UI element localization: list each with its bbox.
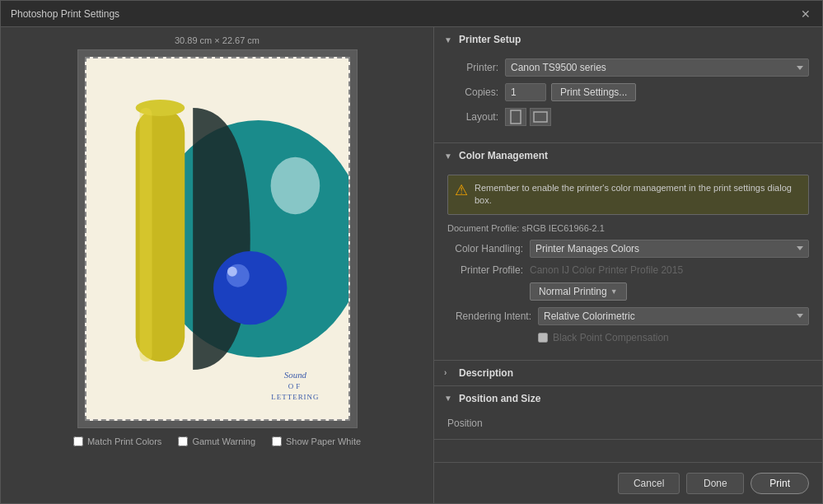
printer-setup-title: Printer Setup: [459, 34, 521, 45]
right-scroll[interactable]: ▼ Printer Setup Printer: Canon TS9500 se…: [434, 27, 822, 462]
rendering-intent-select[interactable]: Relative Colorimetric Perceptual Saturat…: [538, 307, 809, 325]
black-point-label: Black Point Compensation: [553, 332, 669, 343]
position-size-section: ▼ Position and Size Position: [434, 386, 822, 440]
printer-setup-header[interactable]: ▼ Printer Setup: [434, 27, 822, 52]
printer-setup-section: ▼ Printer Setup Printer: Canon TS9500 se…: [434, 27, 822, 143]
normal-printing-container: Normal Printing ▼: [530, 282, 809, 301]
printer-field-row: Printer: Canon TS9500 series: [447, 58, 809, 77]
cancel-button[interactable]: Cancel: [618, 473, 680, 494]
done-button[interactable]: Done: [686, 473, 744, 494]
match-print-colors-checkbox[interactable]: [73, 436, 83, 446]
warning-box: ⚠ Remember to enable the printer's color…: [447, 175, 809, 215]
description-section: › Description: [434, 361, 822, 386]
print-settings-button[interactable]: Print Settings...: [551, 83, 636, 101]
preview-container: Sound OF LETTERING: [77, 49, 358, 428]
layout-landscape-button[interactable]: [530, 108, 551, 126]
description-title: Description: [459, 367, 513, 379]
printer-setup-body: Printer: Canon TS9500 series Copies:: [434, 52, 822, 142]
copies-input[interactable]: [505, 83, 546, 101]
printer-label: Printer:: [447, 62, 505, 73]
printer-select[interactable]: Canon TS9500 series: [505, 58, 809, 77]
svg-point-8: [227, 267, 236, 277]
match-print-colors-label: Match Print Colors: [87, 436, 161, 446]
artwork-svg: Sound OF LETTERING: [87, 58, 348, 419]
position-size-header[interactable]: ▼ Position and Size: [434, 386, 822, 411]
svg-text:Sound: Sound: [283, 370, 306, 380]
svg-rect-13: [534, 112, 547, 122]
layout-label: Layout:: [447, 111, 505, 123]
color-handling-row: Color Handling: Printer Manages Colors P…: [447, 240, 809, 258]
bottom-bar: Cancel Done Print: [434, 462, 822, 503]
black-point-row: Black Point Compensation: [447, 332, 809, 343]
normal-printing-dropdown-icon: ▼: [610, 287, 618, 296]
printer-profile-row: Printer Profile: Canon IJ Color Printer …: [447, 264, 809, 276]
color-management-header[interactable]: ▼ Color Management: [434, 143, 822, 168]
layout-field-row: Layout:: [447, 108, 809, 126]
svg-text:LETTERING: LETTERING: [271, 393, 319, 401]
preview-paper: Sound OF LETTERING: [85, 57, 350, 421]
color-handling-label: Color Handling:: [447, 243, 530, 254]
position-label: Position: [447, 418, 809, 429]
svg-rect-5: [139, 108, 152, 362]
color-management-body: ⚠ Remember to enable the printer's color…: [434, 168, 822, 360]
show-paper-white-label: Show Paper White: [286, 436, 361, 446]
portrait-icon: [510, 110, 521, 124]
layout-portrait-button[interactable]: [505, 108, 526, 126]
printer-control: Canon TS9500 series: [505, 58, 809, 77]
dialog-title: Photoshop Print Settings: [11, 8, 119, 20]
svg-point-2: [270, 157, 320, 215]
show-paper-white-item: Show Paper White: [272, 436, 361, 446]
svg-text:OF: OF: [288, 382, 302, 390]
printer-profile-label: Printer Profile:: [447, 264, 530, 276]
bottom-checkboxes: Match Print Colors Gamut Warning Show Pa…: [9, 428, 425, 450]
landscape-icon: [533, 111, 548, 123]
copies-field-row: Copies: Print Settings...: [447, 83, 809, 101]
show-paper-white-checkbox[interactable]: [272, 436, 282, 446]
print-settings-dialog: Photoshop Print Settings ✕ 30.89 cm × 22…: [0, 0, 823, 504]
left-panel: 30.89 cm × 22.67 cm: [1, 27, 433, 503]
description-chevron: ›: [444, 368, 452, 377]
position-size-body: Position: [434, 411, 822, 439]
rendering-intent-label: Rendering Intent:: [447, 310, 538, 322]
gamut-warning-label: Gamut Warning: [192, 436, 255, 446]
gamut-warning-checkbox[interactable]: [178, 436, 188, 446]
warning-text: Remember to enable the printer's color m…: [475, 182, 802, 208]
color-management-title: Color Management: [459, 150, 548, 161]
copies-label: Copies:: [447, 86, 505, 98]
normal-printing-button[interactable]: Normal Printing ▼: [530, 282, 627, 301]
printer-profile-value: Canon IJ Color Printer Profile 2015: [530, 264, 683, 276]
gamut-warning-item: Gamut Warning: [178, 436, 255, 446]
layout-control: [505, 108, 809, 126]
doc-profile: Document Profile: sRGB IEC61966-2.1: [447, 223, 809, 233]
position-size-title: Position and Size: [459, 393, 540, 404]
rendering-intent-control: Relative Colorimetric Perceptual Saturat…: [538, 307, 809, 325]
warning-icon: ⚠: [455, 181, 468, 199]
position-size-chevron: ▼: [444, 394, 452, 403]
normal-printing-label: Normal Printing: [539, 286, 607, 297]
dimension-label: 30.89 cm × 22.67 cm: [175, 35, 260, 45]
match-print-colors-item: Match Print Colors: [73, 436, 161, 446]
color-handling-select[interactable]: Printer Manages Colors Photoshop Manages…: [530, 240, 809, 258]
black-point-checkbox[interactable]: [538, 333, 548, 343]
rendering-intent-row: Rendering Intent: Relative Colorimetric …: [447, 307, 809, 325]
svg-rect-12: [511, 110, 521, 124]
close-button[interactable]: ✕: [799, 7, 812, 21]
print-button[interactable]: Print: [751, 473, 809, 494]
description-header[interactable]: › Description: [434, 361, 822, 385]
color-handling-control: Printer Manages Colors Photoshop Manages…: [530, 240, 809, 258]
title-bar: Photoshop Print Settings ✕: [1, 1, 822, 27]
right-panel: ▼ Printer Setup Printer: Canon TS9500 se…: [433, 27, 822, 503]
copies-control: Print Settings...: [505, 83, 809, 101]
printer-profile-control: Canon IJ Color Printer Profile 2015: [530, 264, 809, 276]
content-area: 30.89 cm × 22.67 cm: [1, 27, 822, 503]
printer-setup-chevron: ▼: [444, 35, 452, 44]
color-management-chevron: ▼: [444, 152, 452, 161]
color-management-section: ▼ Color Management ⚠ Remember to enable …: [434, 143, 822, 361]
svg-point-6: [213, 251, 287, 324]
